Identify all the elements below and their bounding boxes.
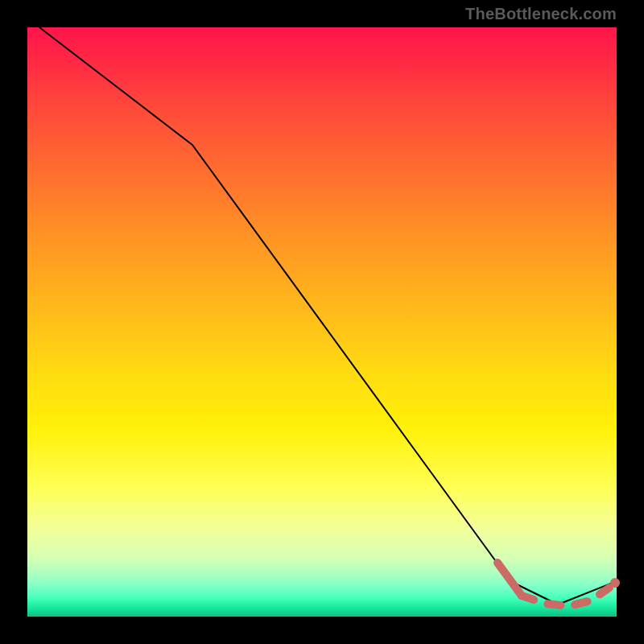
chart-canvas: TheBottleneck.com xyxy=(0,0,644,644)
optimal-zone xyxy=(522,588,609,606)
optimal-zone-lead xyxy=(497,563,522,596)
watermark-text: TheBottleneck.com xyxy=(465,5,617,23)
optimal-zone-end-dot xyxy=(610,578,620,588)
chart-overlay xyxy=(27,27,617,617)
bottleneck-curve xyxy=(39,27,617,605)
